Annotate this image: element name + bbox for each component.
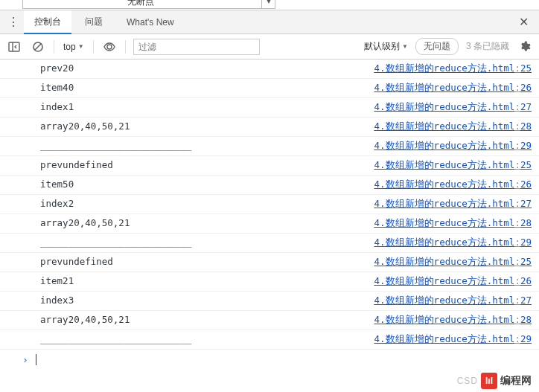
console-row: item404.数组新增的reduce方法.html:26 [0,79,539,98]
console-message: ___________________________ [40,333,374,344]
console-row: prevundefined4.数组新增的reduce方法.html:25 [0,156,539,176]
sources-panel-remnant: 无断点 ▾ [0,0,539,10]
console-row: index34.数组新增的reduce方法.html:27 [0,292,539,311]
gear-icon[interactable] [517,39,533,55]
separator [54,40,54,54]
console-row: ___________________________4.数组新增的reduce… [0,330,539,350]
drawer-tabbar: ⋮ 控制台 问题 What's New ✕ [0,10,539,34]
context-selector-label: top [63,42,76,52]
console-message: index3 [40,295,374,306]
console-message: array20,40,50,21 [40,217,374,228]
console-source-link[interactable]: 4.数组新增的reduce方法.html:25 [374,159,532,172]
console-message: prevundefined [40,159,374,170]
prompt-chevron-icon: › [22,354,28,365]
console-source-link[interactable]: 4.数组新增的reduce方法.html:28 [374,314,532,327]
console-message: item40 [40,82,374,93]
breakpoint-dropdown[interactable]: 无断点 ▾ [22,0,275,9]
watermark: CSD Iıl 编程网 [457,373,532,389]
clear-console-icon[interactable] [30,39,46,55]
console-source-link[interactable]: 4.数组新增的reduce方法.html:28 [374,217,532,230]
console-row: prev204.数组新增的reduce方法.html:25 [0,60,539,79]
kebab-menu-icon[interactable]: ⋮ [6,15,21,29]
console-message: prev20 [40,62,374,74]
context-selector[interactable]: top ▼ [62,42,86,52]
console-source-link[interactable]: 4.数组新增的reduce方法.html:26 [374,179,532,191]
tab-whatsnew-label: What's New [127,17,174,28]
console-toolbar: top ▼ 默认级别 ▼ 无问题 3 条已隐藏 [0,34,539,60]
hidden-count-label: 3 条已隐藏 [466,41,509,51]
svg-rect-0 [9,42,19,51]
console-message: prevundefined [40,256,374,267]
console-source-link[interactable]: 4.数组新增的reduce方法.html:29 [374,140,532,152]
separator [125,40,126,54]
console-row: index14.数组新增的reduce方法.html:27 [0,98,539,118]
console-source-link[interactable]: 4.数组新增的reduce方法.html:27 [374,101,532,114]
console-row: array20,40,50,214.数组新增的reduce方法.html:28 [0,214,539,234]
no-issues-pill[interactable]: 无问题 [415,38,459,55]
console-source-link[interactable]: 4.数组新增的reduce方法.html:26 [374,275,532,288]
console-source-link[interactable]: 4.数组新增的reduce方法.html:29 [374,333,532,346]
console-source-link[interactable]: 4.数组新增的reduce方法.html:27 [374,198,532,211]
console-log-area: prev204.数组新增的reduce方法.html:25item404.数组新… [0,60,539,392]
console-row: ___________________________4.数组新增的reduce… [0,137,539,156]
console-message: item21 [40,275,374,286]
tab-console-label: 控制台 [34,16,61,28]
console-message: array20,40,50,21 [40,314,374,325]
svg-point-4 [107,45,112,49]
console-source-link[interactable]: 4.数组新增的reduce方法.html:25 [374,256,532,269]
hidden-count[interactable]: 3 条已隐藏 [466,40,509,53]
console-row: index24.数组新增的reduce方法.html:27 [0,195,539,214]
console-source-link[interactable]: 4.数组新增的reduce方法.html:26 [374,82,532,94]
console-row: ___________________________4.数组新增的reduce… [0,234,539,253]
tab-whatsnew[interactable]: What's New [116,10,185,34]
chevron-down-icon: ▼ [402,43,408,50]
console-message: item50 [40,179,374,190]
console-row: array20,40,50,214.数组新增的reduce方法.html:28 [0,118,539,137]
watermark-csdn: CSD [457,376,478,386]
close-drawer-icon[interactable]: ✕ [514,15,533,29]
console-message: index1 [40,101,374,112]
sidebar-toggle-icon[interactable] [6,39,22,55]
tab-issues-label: 问题 [85,16,103,28]
tab-issues[interactable]: 问题 [74,10,113,34]
console-message: ___________________________ [40,237,374,248]
watermark-logo: Iıl [481,373,497,389]
no-issues-label: 无问题 [424,41,450,51]
tab-console[interactable]: 控制台 [24,10,71,34]
console-source-link[interactable]: 4.数组新增的reduce方法.html:27 [374,295,532,307]
console-message: array20,40,50,21 [40,121,374,132]
chevron-down-icon: ▼ [78,43,84,50]
watermark-text: 编程网 [500,374,532,388]
console-row: array20,40,50,214.数组新增的reduce方法.html:28 [0,311,539,330]
separator [93,40,94,54]
log-level-selector[interactable]: 默认级别 ▼ [364,40,408,53]
console-row: prevundefined4.数组新增的reduce方法.html:25 [0,253,539,272]
filter-input[interactable] [133,39,260,55]
console-row: item504.数组新增的reduce方法.html:26 [0,176,539,195]
console-message: index2 [40,198,374,209]
svg-line-3 [35,44,41,50]
live-expression-icon[interactable] [101,39,118,55]
chevron-down-icon: ▾ [261,0,275,8]
caret-icon [36,354,36,365]
log-level-label: 默认级别 [364,40,400,53]
console-row: item214.数组新增的reduce方法.html:26 [0,272,539,292]
console-prompt[interactable]: › [0,350,539,370]
console-source-link[interactable]: 4.数组新增的reduce方法.html:28 [374,121,532,133]
console-source-link[interactable]: 4.数组新增的reduce方法.html:25 [374,62,532,75]
console-source-link[interactable]: 4.数组新增的reduce方法.html:29 [374,237,532,249]
breakpoint-dropdown-text: 无断点 [127,0,154,8]
console-message: ___________________________ [40,140,374,151]
